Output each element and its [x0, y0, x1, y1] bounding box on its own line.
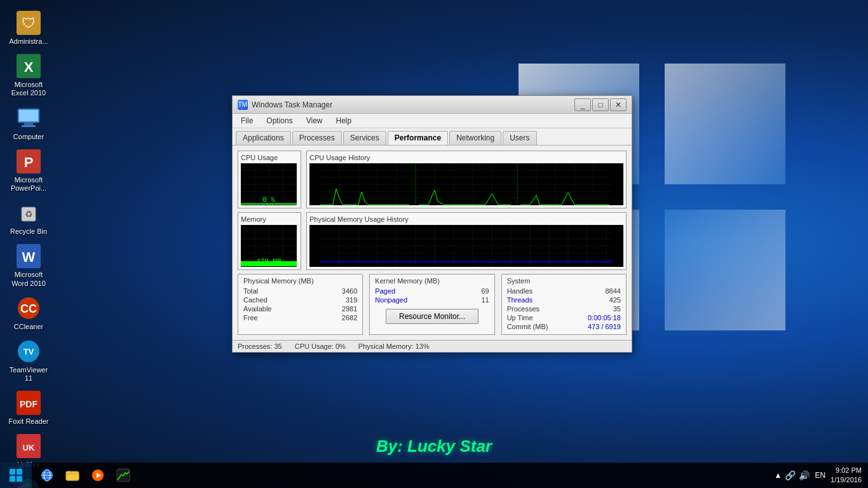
- computer-icon: [16, 105, 41, 131]
- tab-processes[interactable]: Processes: [292, 131, 342, 145]
- taskbar-taskmon[interactable]: [111, 464, 135, 487]
- titlebar: TM Windows Task Manager _ □ ✕: [233, 96, 632, 114]
- system-section: System Handles 8844 Threads 425 Processe…: [501, 274, 627, 335]
- clock-time: 9:02 PM: [831, 466, 862, 475]
- svg-rect-98: [66, 473, 79, 480]
- memory-usage-panel: Memory: [238, 212, 301, 270]
- ccleaner-label: CCleaner: [14, 323, 43, 331]
- desktop-icon-computer[interactable]: Computer: [3, 102, 54, 145]
- status-cpu: CPU Usage: 0%: [295, 342, 346, 350]
- kernel-paged-label: Paged: [375, 287, 395, 295]
- commit-val: 473 / 6919: [588, 323, 621, 330]
- desktop-icon-teamviewer[interactable]: TV TeamViewer 11: [3, 335, 54, 386]
- menu-file[interactable]: File: [236, 115, 258, 126]
- recycle-label: Recycle Bin: [10, 227, 47, 236]
- computer-label: Computer: [13, 133, 44, 141]
- admin-label: Administra...: [9, 37, 48, 46]
- threads-row: Threads 425: [507, 296, 621, 304]
- cpu-history-graph: [309, 163, 623, 205]
- svg-text:W: W: [22, 249, 36, 265]
- phys-cached-val: 319: [346, 296, 357, 304]
- taskbar-explorer[interactable]: [60, 464, 85, 487]
- svg-rect-99: [66, 471, 71, 474]
- win-logo-panel-br: [658, 203, 785, 330]
- memory-title: Memory: [241, 215, 298, 223]
- desktop-icon-recycle[interactable]: ♻ Recycle Bin: [3, 196, 54, 240]
- uptime-label: Up Time: [507, 314, 533, 322]
- recycle-icon: ♻: [16, 200, 41, 226]
- handles-val: 8844: [606, 287, 621, 295]
- powerpoint-icon: P: [16, 149, 41, 174]
- kernel-paged-row: Paged 69: [375, 287, 489, 295]
- cpu-row: CPU Usage: [238, 151, 627, 208]
- taskbar-ie[interactable]: [35, 464, 59, 487]
- close-button[interactable]: ✕: [610, 98, 627, 111]
- menu-options[interactable]: Options: [261, 115, 297, 126]
- teamviewer-icon: TV: [16, 339, 41, 364]
- tray-network-icon: 🔗: [785, 470, 796, 480]
- svg-rect-90: [10, 476, 15, 482]
- handles-label: Handles: [507, 287, 532, 295]
- window-title: Windows Task Manager: [252, 100, 332, 109]
- language-indicator[interactable]: EN: [815, 471, 825, 480]
- memory-row: Memory: [238, 212, 627, 270]
- svg-text:UK: UK: [23, 443, 35, 452]
- phys-available-label: Available: [243, 305, 271, 313]
- svg-rect-91: [17, 476, 22, 482]
- handles-row: Handles 8844: [507, 287, 621, 295]
- cpu-history-title: CPU Usage History: [309, 154, 623, 161]
- phys-mem-title: Physical Memory (MB): [243, 277, 357, 285]
- taskbar-media[interactable]: [86, 464, 110, 487]
- svg-rect-5: [19, 110, 38, 121]
- resource-btn-wrapper: Resource Monitor...: [375, 309, 489, 324]
- tab-networking[interactable]: Networking: [449, 131, 501, 145]
- phys-available-val: 2981: [342, 305, 357, 313]
- physical-memory-section: Physical Memory (MB) Total 3460 Cached 3…: [238, 274, 363, 335]
- tab-users[interactable]: Users: [503, 131, 536, 145]
- clock[interactable]: 9:02 PM 1/19/2016: [831, 466, 862, 485]
- phys-free-row: Free 2682: [243, 314, 357, 322]
- resource-monitor-button[interactable]: Resource Monitor...: [386, 309, 478, 324]
- status-memory: Physical Memory: 13%: [358, 342, 430, 350]
- minimize-button[interactable]: _: [574, 98, 591, 111]
- svg-text:X: X: [24, 59, 34, 75]
- menubar: File Options View Help: [233, 114, 632, 128]
- excel-icon: X: [16, 53, 41, 79]
- svg-text:P: P: [24, 154, 34, 170]
- title-left: TM Windows Task Manager: [238, 100, 332, 110]
- phys-free-label: Free: [243, 314, 258, 322]
- desktop-icon-powerpoint[interactable]: P Microsoft PowerPoi...: [3, 145, 54, 196]
- processes-label: Processes: [507, 305, 539, 313]
- kernel-nonpaged-label: Nonpaged: [375, 296, 407, 304]
- desktop-icon-ccleaner[interactable]: CC CCleaner: [3, 292, 54, 335]
- phys-total-label: Total: [243, 287, 258, 295]
- menu-help[interactable]: Help: [331, 115, 357, 126]
- start-button[interactable]: [0, 463, 32, 488]
- performance-body: CPU Usage: [233, 146, 632, 340]
- svg-rect-7: [22, 125, 36, 127]
- desktop-icon-admin[interactable]: 🛡 Administra...: [3, 6, 54, 50]
- tray-arrow[interactable]: ▲: [775, 471, 782, 480]
- desktop-icon-word[interactable]: W Microsoft Word 2010: [3, 240, 54, 291]
- tabs: Applications Processes Services Performa…: [233, 128, 632, 146]
- processes-val: 35: [613, 305, 621, 313]
- taskbar-items: [32, 463, 768, 488]
- svg-text:TV: TV: [24, 347, 34, 356]
- tab-applications[interactable]: Applications: [236, 131, 291, 145]
- svg-text:♻: ♻: [25, 209, 33, 219]
- maximize-button[interactable]: □: [592, 98, 609, 111]
- tab-performance[interactable]: Performance: [388, 131, 448, 145]
- memory-history-graph: [309, 225, 623, 267]
- foxit-label: Foxit Reader: [9, 417, 49, 426]
- phys-total-val: 3460: [342, 287, 357, 295]
- phys-free-val: 2682: [342, 314, 357, 322]
- powerpoint-label: Microsoft PowerPoi...: [6, 176, 51, 193]
- system-tray: ▲ 🔗 🔊: [775, 470, 810, 480]
- threads-label: Threads: [507, 296, 532, 304]
- tab-services[interactable]: Services: [343, 131, 386, 145]
- cpu-usage-panel: CPU Usage: [238, 151, 301, 208]
- desktop-icon-excel[interactable]: X Microsoft Excel 2010: [3, 50, 54, 101]
- menu-view[interactable]: View: [301, 115, 328, 126]
- teamviewer-label: TeamViewer 11: [6, 366, 51, 383]
- desktop-icon-foxit[interactable]: PDF Foxit Reader: [3, 386, 54, 430]
